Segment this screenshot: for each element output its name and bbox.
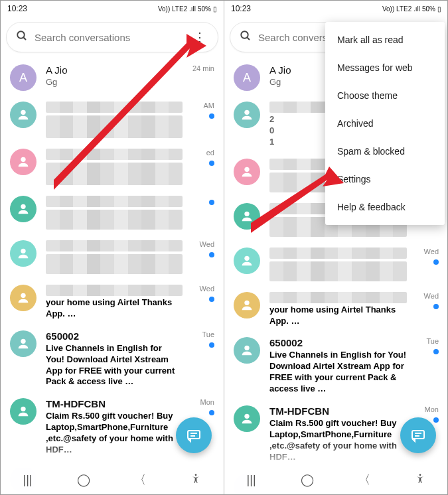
svg-line-13 (247, 37, 250, 40)
avatar (234, 405, 260, 432)
status-time: 10:23 (231, 4, 251, 13)
menu-archived[interactable]: Archived (325, 109, 445, 137)
menu-spam-blocked[interactable]: Spam & blocked (325, 137, 445, 165)
nav-accessibility-icon[interactable] (415, 473, 425, 487)
redacted: x (46, 115, 183, 138)
avatar (234, 248, 260, 274)
svg-line-1 (23, 37, 26, 40)
conv-sub: Gg (46, 77, 183, 88)
unread-dot (209, 200, 214, 205)
overflow-icon[interactable]: ⋮ (191, 30, 208, 44)
avatar (10, 330, 37, 357)
redacted: xxxxx (46, 102, 183, 113)
list-item[interactable]: xx (1, 190, 224, 235)
redacted: x (46, 196, 183, 207)
status-right: Vo)) LTE2 .ıll 50% ▯ (382, 5, 441, 13)
conv-time: 24 min (192, 64, 214, 72)
status-bar: 10:23 Vo)) LTE2 .ıll 50% ▯ (1, 1, 224, 17)
nav-home-icon[interactable]: ◯ (77, 472, 90, 487)
nav-accessibility-icon[interactable] (190, 473, 201, 487)
list-item[interactable]: xyour home using Airtel Thanks App. … We… (224, 287, 448, 332)
search-placeholder: Search conversations (35, 32, 191, 43)
svg-point-14 (244, 110, 249, 115)
status-bar: 10:23 Vo)) LTE2 .ıll 50% ▯ (224, 1, 448, 17)
menu-messages-for-web[interactable]: Messages for web (325, 54, 445, 82)
conv-sub: Live Channels in English for You! Downlo… (46, 343, 183, 388)
avatar (234, 292, 260, 318)
unread-dot (209, 410, 214, 415)
svg-point-8 (21, 407, 25, 411)
redacted: x (46, 210, 183, 230)
nav-recent-icon[interactable]: ||| (23, 473, 32, 487)
svg-rect-21 (412, 431, 424, 439)
avatar: A (234, 64, 260, 91)
search-icon (16, 30, 28, 44)
search-bar[interactable]: Search conversations ⋮ (6, 22, 218, 52)
conv-title: 650002 (46, 330, 183, 342)
svg-rect-9 (188, 431, 200, 439)
avatar (10, 398, 37, 425)
nav-recent-icon[interactable]: ||| (247, 473, 256, 487)
svg-point-17 (244, 255, 249, 260)
nav-home-icon[interactable]: ◯ (301, 472, 314, 487)
svg-point-19 (244, 346, 249, 350)
overflow-menu: Mark all as read Messages for web Choose… (325, 22, 445, 225)
svg-point-6 (21, 293, 25, 298)
svg-point-15 (244, 167, 249, 171)
menu-settings[interactable]: Settings (325, 165, 445, 193)
nav-back-icon[interactable]: 〈 (134, 472, 146, 488)
list-item[interactable]: xyour home using Airtel Thanks App. … We… (1, 279, 224, 325)
list-item[interactable]: 650002Live Channels in English for You! … (224, 332, 448, 400)
avatar (234, 337, 260, 364)
unread-dot (209, 252, 214, 257)
avatar (234, 159, 260, 185)
unread-dot (209, 297, 214, 302)
list-item[interactable]: xx Wed (1, 235, 224, 279)
svg-point-2 (21, 110, 25, 115)
battery-icon: ▯ (437, 5, 441, 13)
menu-choose-theme[interactable]: Choose theme (325, 82, 445, 109)
avatar (10, 285, 37, 311)
conv-title: A Jio (46, 64, 183, 76)
unread-dot (209, 113, 214, 119)
menu-mark-all-read[interactable]: Mark all as read (325, 26, 445, 54)
svg-point-0 (17, 31, 25, 38)
avatar: A (10, 64, 37, 91)
avatar (10, 240, 37, 267)
phone-screen-left: 10:23 Vo)) LTE2 .ıll 50% ▯ Search conver… (1, 1, 224, 494)
svg-point-12 (241, 31, 248, 38)
status-time: 10:23 (7, 4, 27, 13)
svg-point-16 (244, 211, 249, 216)
redacted: x (46, 254, 183, 274)
battery-icon: ▯ (213, 5, 217, 13)
android-navbar: ||| ◯ 〈 (1, 465, 224, 494)
list-item[interactable]: xxxxxx AM (1, 96, 224, 143)
list-item[interactable]: xx Wed (224, 242, 448, 287)
svg-point-10 (195, 474, 197, 476)
redacted: x (46, 240, 183, 251)
svg-point-22 (419, 474, 421, 476)
list-item[interactable]: xx ed (1, 143, 224, 190)
avatar (10, 149, 37, 175)
conv-sub: your home using Airtel Thanks App. … (46, 297, 183, 320)
list-item[interactable]: 650002Live Channels in English for You! … (1, 325, 224, 393)
redacted: x (46, 285, 183, 296)
search-icon (240, 30, 252, 44)
avatar (234, 102, 260, 128)
unread-dot (209, 161, 214, 166)
svg-point-3 (21, 157, 25, 162)
status-right: Vo)) LTE2 .ıll 50% ▯ (158, 5, 217, 13)
nav-back-icon[interactable]: 〈 (358, 472, 370, 488)
avatar (10, 102, 37, 128)
phone-screen-right: 10:23 Vo)) LTE2 .ıll 50% ▯ Search conver… (224, 1, 448, 494)
conv-title: TM-HDFCBN (46, 398, 183, 409)
new-chat-fab[interactable] (176, 417, 212, 453)
redacted: x (46, 163, 183, 185)
svg-point-20 (244, 414, 249, 419)
svg-point-5 (21, 249, 25, 253)
unread-dot (209, 342, 214, 348)
menu-help-feedback[interactable]: Help & feedback (325, 193, 445, 221)
list-item[interactable]: A A JioGg 24 min (1, 59, 224, 96)
new-chat-fab[interactable] (400, 417, 436, 453)
svg-point-4 (21, 204, 25, 209)
